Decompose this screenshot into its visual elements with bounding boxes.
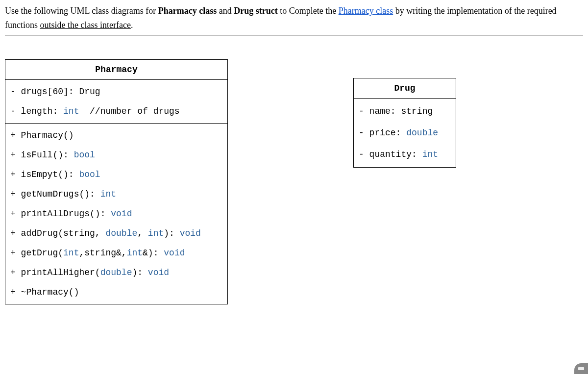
- pharmacy-title: Pharmacy: [5, 60, 227, 80]
- pharmacy-class-link[interactable]: Pharmacy class: [339, 6, 393, 16]
- drug-attr-row: - quantity: int: [354, 144, 456, 165]
- drug-attr-row: - name: string: [354, 100, 456, 122]
- pharmacy-op-row: + getNumDrugs(): int: [5, 184, 227, 204]
- instr-bold1: Pharmacy class: [158, 6, 217, 16]
- instr-bold2: Drug struct: [234, 6, 277, 16]
- drug-attributes-section: - name: string - price: double - quantit…: [354, 99, 456, 167]
- pharmacy-op-row: + printAllDrugs(): void: [5, 204, 227, 224]
- uml-diagrams-container: Pharmacy - drugs[60]: Drug - length: int…: [5, 59, 583, 304]
- pharmacy-op-row: + printAllHigher(double): void: [5, 263, 227, 282]
- instr-end: .: [131, 20, 133, 30]
- horizontal-rule: [5, 35, 583, 36]
- pharmacy-operations-section: + Pharmacy() + isFull(): bool + isEmpyt(…: [5, 124, 227, 304]
- pharmacy-op-row: + Pharmacy(): [5, 125, 227, 145]
- pharmacy-attr-row: - length: int //number of drugs: [5, 101, 227, 121]
- pharmacy-op-row: + getDrug(int,string&,int&): void: [5, 243, 227, 263]
- pharmacy-op-row: + isFull(): bool: [5, 145, 227, 165]
- instruction-text: Use the following UML class diagrams for…: [5, 4, 583, 32]
- pharmacy-attributes-section: - drugs[60]: Drug - length: int //number…: [5, 80, 227, 124]
- pharmacy-uml-box: Pharmacy - drugs[60]: Drug - length: int…: [5, 59, 228, 304]
- pharmacy-op-row: + isEmpyt(): bool: [5, 165, 227, 184]
- instr-mid1: and: [217, 6, 234, 16]
- pharmacy-attr-row: - drugs[60]: Drug: [5, 82, 227, 101]
- pharmacy-op-row: + addDrug(string, double, int): void: [5, 224, 227, 243]
- instr-underline: outside the class interface: [40, 20, 131, 30]
- pharmacy-op-row: + ~Pharmacy(): [5, 282, 227, 302]
- instr-mid2: to Complete the: [278, 6, 339, 16]
- drug-title: Drug: [354, 78, 456, 99]
- instr-pre: Use the following UML class diagrams for: [5, 6, 158, 16]
- drug-uml-box: Drug - name: string - price: double - qu…: [353, 78, 456, 168]
- drug-attr-row: - price: double: [354, 122, 456, 144]
